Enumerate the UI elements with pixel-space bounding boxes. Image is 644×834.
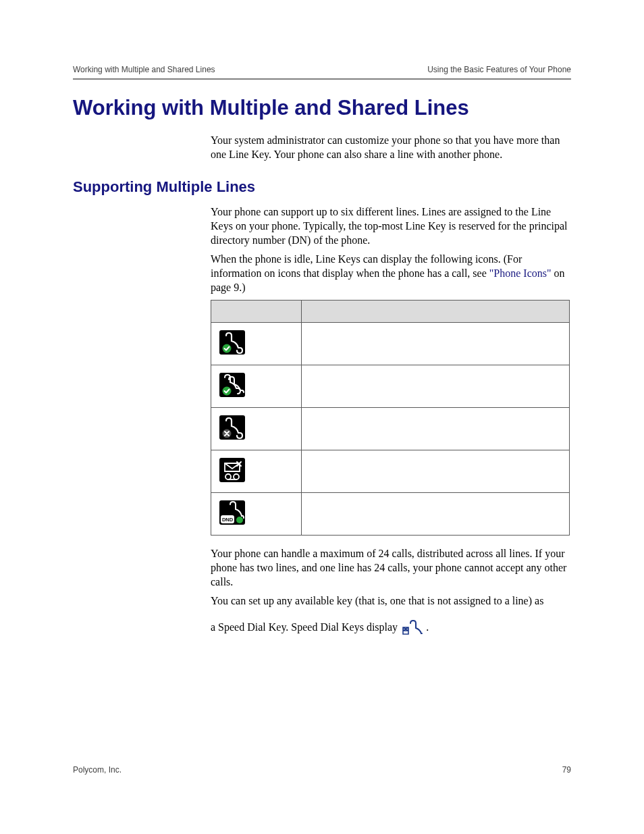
- table-row: [211, 365, 570, 408]
- unregistered-line-icon: [219, 415, 245, 440]
- icon-cell: [211, 365, 302, 408]
- table-row: [211, 323, 570, 365]
- desc-cell: [302, 493, 570, 536]
- desc-cell: [302, 408, 570, 450]
- voicemail-message-icon: [219, 458, 245, 482]
- paragraph-2a: When the phone is idle, Line Keys can di…: [211, 253, 522, 279]
- desc-cell: [302, 365, 570, 408]
- paragraph-3: Your phone can handle a maximum of 24 ca…: [211, 547, 570, 589]
- icon-cell: [211, 408, 302, 450]
- header-left: Working with Multiple and Shared Lines: [73, 65, 215, 74]
- table-row: [211, 450, 570, 493]
- dnd-enabled-line-icon: DND: [219, 500, 245, 525]
- icon-table: DND: [211, 300, 570, 536]
- paragraph-1: Your phone can support up to six differe…: [211, 205, 570, 247]
- running-header: Working with Multiple and Shared Lines U…: [73, 65, 571, 80]
- desc-cell: [302, 323, 570, 365]
- intro-paragraph: Your system administrator can customize …: [211, 134, 570, 162]
- footer-company: Polycom, Inc.: [73, 765, 122, 775]
- paragraph-5: a Speed Dial Key. Speed Dial Keys displa…: [211, 616, 570, 639]
- section-heading: Supporting Multiple Lines: [73, 178, 255, 196]
- table-header-row: [211, 301, 570, 323]
- page-title: Working with Multiple and Shared Lines: [73, 96, 469, 120]
- svg-point-3: [225, 474, 231, 479]
- paragraph-2: When the phone is idle, Line Keys can di…: [211, 253, 570, 294]
- speed-dial-key-icon: [400, 618, 423, 638]
- desc-cell: [302, 450, 570, 493]
- registered-shared-line-icon: [219, 373, 245, 397]
- icon-cell: [211, 323, 302, 365]
- paragraph-4: You can set up any available key (that i…: [211, 594, 570, 608]
- page-number: 79: [562, 765, 571, 775]
- phone-icons-link[interactable]: "Phone Icons": [489, 267, 552, 279]
- paragraph-5b: .: [426, 621, 429, 633]
- dnd-badge-text: DND: [222, 517, 234, 523]
- table-row: DND: [211, 493, 570, 536]
- paragraph-5a: a Speed Dial Key. Speed Dial Keys displa…: [211, 621, 400, 633]
- svg-point-5: [236, 517, 243, 523]
- svg-point-4: [234, 474, 239, 479]
- table-header-desc: [302, 301, 570, 323]
- registered-line-icon: [219, 330, 245, 355]
- icon-cell: [211, 450, 302, 493]
- icon-cell: DND: [211, 493, 302, 536]
- table-row: [211, 408, 570, 450]
- header-right: Using the Basic Features of Your Phone: [427, 65, 571, 74]
- table-header-icon: [211, 301, 302, 323]
